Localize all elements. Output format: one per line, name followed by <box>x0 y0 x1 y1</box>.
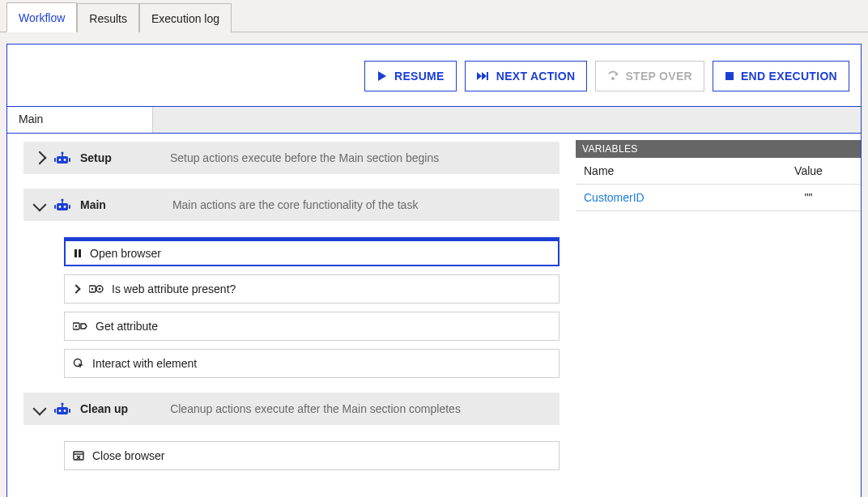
top-tab-strip: Workflow Results Execution log <box>0 0 868 32</box>
section-main-desc: Main actions are the core functionality … <box>172 198 419 211</box>
action-label: Is web attribute present? <box>112 282 236 295</box>
svg-rect-36 <box>69 409 70 413</box>
robot-icon <box>54 151 70 165</box>
svg-point-11 <box>64 159 66 161</box>
svg-rect-20 <box>69 205 70 209</box>
variable-value-cell: "" <box>756 185 861 211</box>
section-setup-title: Setup <box>80 151 112 164</box>
workflow-canvas: Setup Setup actions execute before the M… <box>7 134 576 497</box>
action-label: Open browser <box>90 247 161 260</box>
svg-point-26 <box>99 288 101 291</box>
robot-icon <box>54 198 70 212</box>
svg-rect-13 <box>69 158 70 162</box>
section-cleanup-head[interactable]: Clean up Cleanup actions execute after t… <box>23 393 560 425</box>
resume-label: RESUME <box>394 70 445 83</box>
svg-marker-1 <box>477 72 482 80</box>
section-cleanup: Clean up Cleanup actions execute after t… <box>23 393 560 470</box>
end-execution-label: END EXECUTION <box>741 70 837 83</box>
subtab-main[interactable]: Main <box>7 107 153 133</box>
svg-rect-19 <box>54 205 56 209</box>
svg-rect-35 <box>54 409 56 413</box>
svg-rect-12 <box>54 158 56 162</box>
svg-rect-32 <box>57 407 68 414</box>
click-icon <box>73 358 84 369</box>
close-window-icon <box>73 451 84 461</box>
svg-rect-8 <box>62 154 63 156</box>
action-close-browser[interactable]: Close browser <box>64 441 560 470</box>
section-main-head[interactable]: Main Main actions are the core functiona… <box>23 189 560 221</box>
svg-point-24 <box>91 288 93 290</box>
section-setup-desc: Setup actions execute before the Main se… <box>170 151 439 164</box>
action-open-browser[interactable]: Open browser <box>64 237 560 266</box>
cleanup-actions-list: Close browser <box>23 430 560 470</box>
svg-point-34 <box>64 410 66 412</box>
tab-results[interactable]: Results <box>77 3 139 32</box>
svg-rect-22 <box>79 249 81 257</box>
svg-point-28 <box>75 325 77 327</box>
tab-execution-log[interactable]: Execution log <box>139 3 232 32</box>
svg-rect-16 <box>57 203 68 210</box>
svg-rect-3 <box>487 72 488 80</box>
variables-col-value: Value <box>756 158 861 185</box>
next-icon <box>477 70 490 82</box>
tab-workflow[interactable]: Workflow <box>6 2 77 32</box>
svg-marker-2 <box>482 72 487 80</box>
resume-button[interactable]: RESUME <box>364 61 457 91</box>
step-over-button: STEP OVER <box>595 61 704 91</box>
svg-rect-31 <box>62 405 63 407</box>
workflow-frame: RESUME NEXT ACTION STEP OVER <box>6 44 862 497</box>
svg-point-33 <box>59 410 62 412</box>
variables-col-name: Name <box>576 158 756 185</box>
next-action-label: NEXT ACTION <box>496 70 576 83</box>
robot-icon <box>54 401 70 416</box>
action-get-attribute[interactable]: Get attribute <box>64 312 560 341</box>
svg-rect-21 <box>74 249 77 257</box>
svg-point-5 <box>611 77 615 80</box>
svg-point-18 <box>64 206 66 208</box>
action-label: Get attribute <box>96 320 158 333</box>
action-label: Close browser <box>92 449 164 462</box>
svg-point-10 <box>59 159 62 161</box>
step-over-label: STEP OVER <box>625 70 692 83</box>
debug-toolbar: RESUME NEXT ACTION STEP OVER <box>7 45 861 106</box>
action-is-web-attribute-present[interactable]: Is web attribute present? <box>64 274 560 304</box>
stop-icon <box>725 71 734 81</box>
section-main: Main Main actions are the core functiona… <box>23 189 560 378</box>
action-interact-with-element[interactable]: Interact with element <box>64 349 560 378</box>
end-execution-button[interactable]: END EXECUTION <box>713 61 849 91</box>
section-cleanup-desc: Cleanup actions execute after the Main s… <box>170 402 461 415</box>
section-main-title: Main <box>80 198 106 211</box>
chevron-right-icon <box>33 151 47 165</box>
target-eye-icon <box>89 284 104 294</box>
section-cleanup-title: Clean up <box>80 402 128 415</box>
section-setup-head[interactable]: Setup Setup actions execute before the M… <box>23 142 560 174</box>
play-icon <box>377 70 388 82</box>
svg-rect-9 <box>57 156 68 164</box>
chevron-right-icon <box>71 284 80 293</box>
next-action-button[interactable]: NEXT ACTION <box>465 61 588 91</box>
target-tag-icon <box>73 321 87 331</box>
step-over-icon <box>607 70 619 82</box>
variables-table: Name Value CustomerID "" <box>576 158 861 211</box>
chevron-down-icon <box>33 198 47 212</box>
chevron-down-icon <box>33 402 47 416</box>
section-setup: Setup Setup actions execute before the M… <box>23 142 560 174</box>
svg-rect-15 <box>62 201 63 203</box>
table-row: CustomerID "" <box>576 185 861 211</box>
variables-panel: Variables Name Value CustomerID "" <box>576 134 861 497</box>
workflow-body: Setup Setup actions execute before the M… <box>7 134 861 497</box>
task-subtab-strip: Main <box>7 106 861 134</box>
variable-name-link[interactable]: CustomerID <box>584 191 645 204</box>
svg-point-17 <box>59 206 62 208</box>
main-actions-list: Open browser Is web attribut <box>23 226 560 378</box>
variables-header: Variables <box>576 140 861 158</box>
action-label: Interact with element <box>92 357 197 370</box>
svg-rect-6 <box>725 72 734 80</box>
svg-marker-0 <box>378 71 386 81</box>
svg-rect-37 <box>74 452 83 460</box>
pause-icon <box>74 248 82 258</box>
